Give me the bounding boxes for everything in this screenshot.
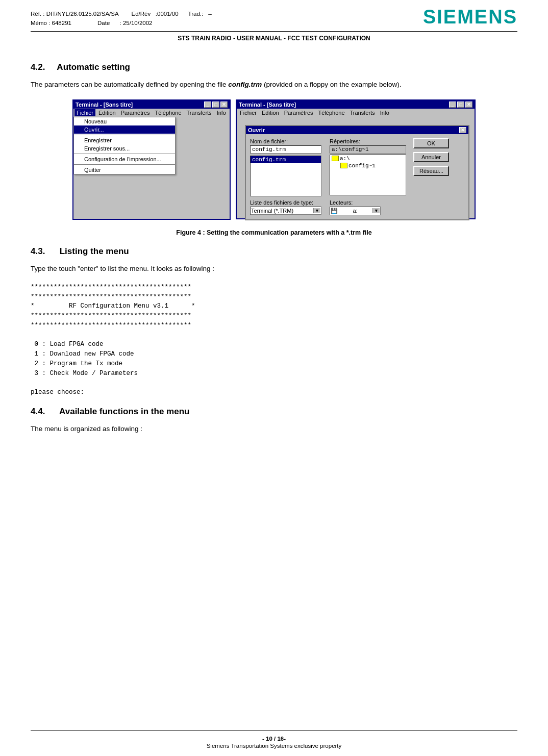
section-43-body: Type the touch "enter" to list the menu.…	[31, 264, 517, 274]
titlebar-buttons-right: _ □ ✕	[449, 102, 472, 108]
section-44-heading: 4.4. Available functions in the menu	[31, 407, 517, 417]
menu-item-config-impression[interactable]: Configuration de l'impression...	[74, 155, 175, 163]
trad-value: --	[208, 11, 212, 17]
memo-label: Mémo	[31, 20, 47, 26]
titlebar-buttons-left: _ □ ✕	[204, 102, 228, 108]
filetype-select[interactable]: Terminal (*.TRM) ▼	[250, 207, 321, 215]
section-44-body: The menu is organized as following :	[31, 424, 517, 435]
drive-icon: 💾	[331, 208, 338, 214]
section-43-title: Listing the menu	[60, 246, 129, 256]
file-list: config.trm	[250, 156, 321, 196]
menu-fichier-right[interactable]: Fichier	[238, 109, 259, 116]
terminal-menubar-right: Fichier Edition Paramètres Téléphone Tra…	[237, 109, 475, 117]
minimize-btn-left[interactable]: _	[204, 102, 211, 108]
ed-rev-value: :0001/00	[156, 11, 179, 17]
siemens-logo: SIEMENS	[423, 6, 517, 28]
terminal-window-left: Terminal - [Sans titre] _ □ ✕ Fichier Ed…	[72, 99, 231, 220]
terminal-outer-right: Terminal - [Sans titre] _ □ ✕ Fichier Ed…	[236, 99, 476, 219]
maximize-btn-right[interactable]: □	[457, 102, 464, 108]
open-dialog-titlebar: Ouvrir ✕	[246, 126, 468, 134]
open-dialog-body: Nom de fichier: config.trm config.trm	[246, 134, 468, 219]
section-42-heading: 4.2. Automatic setting	[31, 62, 517, 72]
dialog-close-btn[interactable]: ✕	[459, 127, 466, 133]
date-value: : 25/10/2002	[120, 20, 153, 26]
menu-parametres-left[interactable]: Paramètres	[119, 109, 152, 116]
directories-label: Répertoires:	[330, 138, 406, 144]
menu-transferts-right[interactable]: Transferts	[348, 109, 377, 116]
ref-label: Réf.	[31, 11, 41, 17]
dir-item-a[interactable]: a:\	[330, 155, 406, 162]
header-ref-info: Réf. : DIT/NYL/26.0125.02/SA/SA Ed/Rév :…	[31, 9, 212, 28]
trad-label: Trad.:	[188, 11, 204, 17]
menu-transferts-left[interactable]: Transferts	[185, 109, 214, 116]
section-42-number: 4.2.	[31, 62, 45, 72]
directories-col: Répertoires: a:\config~1 a:\	[330, 138, 406, 195]
page-footer: - 10 / 16- Siemens Transportation System…	[31, 730, 517, 756]
menu-item-enregistrer[interactable]: Enregistrer	[74, 136, 175, 144]
dir-item-config1[interactable]: config~1	[330, 162, 406, 169]
filetype-value: Terminal (*.TRM)	[251, 208, 293, 214]
menu-telephone-left[interactable]: Téléphone	[153, 109, 184, 116]
drives-value: a:	[353, 208, 357, 214]
page-header: Réf. : DIT/NYL/26.0125.02/SA/SA Ed/Rév :…	[31, 0, 517, 32]
section-42-body: The parameters can be automatically defi…	[31, 80, 517, 90]
directories-path: a:\config~1	[330, 145, 406, 154]
memo-value: : 648291	[48, 20, 71, 26]
drives-col: Lecteurs: 💾 a: ▼	[330, 199, 381, 215]
filename-label: Nom de fichier:	[250, 138, 321, 144]
drives-label: Lecteurs:	[330, 199, 381, 206]
close-btn-left[interactable]: ✕	[220, 102, 228, 108]
code-block: ****************************************…	[31, 283, 517, 397]
terminal-window-right: Terminal - [Sans titre] _ □ ✕ Fichier Ed…	[236, 99, 476, 219]
drives-select[interactable]: 💾 a: ▼	[330, 207, 381, 215]
filetype-arrow: ▼	[313, 208, 320, 213]
menu-item-ouvrir[interactable]: Ouvrir...	[74, 125, 175, 134]
filename-input[interactable]: config.trm	[250, 145, 321, 154]
open-dialog-title: Ouvrir	[248, 127, 265, 133]
figure-4-container: Terminal - [Sans titre] _ □ ✕ Fichier Ed…	[31, 99, 517, 220]
menu-edition-left[interactable]: Edition	[96, 109, 118, 116]
page-content: 4.2. Automatic setting The parameters ca…	[31, 47, 517, 730]
fichier-dropdown: Nouveau Ouvrir... Enregistrer Enregistre…	[73, 117, 176, 174]
minimize-btn-right[interactable]: _	[449, 102, 456, 108]
folder-a-icon	[332, 156, 339, 161]
terminal-menubar-left: Fichier Edition Paramètres Téléphone Tra…	[73, 109, 230, 117]
close-btn-right[interactable]: ✕	[465, 102, 472, 108]
cancel-button[interactable]: Annuler	[413, 152, 449, 162]
menu-fichier-left[interactable]: Fichier	[74, 109, 95, 116]
filetype-col: Liste des fichiers de type: Terminal (*.…	[250, 199, 321, 215]
date-label: Date	[97, 20, 110, 26]
maximize-btn-left[interactable]: □	[212, 102, 219, 108]
page-number: - 10 / 16-	[31, 736, 517, 742]
ref-value: : DIT/NYL/26.0125.02/SA/SA	[43, 11, 118, 17]
terminal-body-right: Ouvrir ✕ Nom de fichier: config.trm	[237, 117, 475, 218]
dir-list: a:\ config~1	[330, 155, 406, 195]
network-button[interactable]: Réseau...	[413, 166, 449, 176]
config-filename: config.trm	[228, 81, 262, 88]
terminal-title-right: Terminal - [Sans titre]	[239, 102, 296, 108]
menu-item-nouveau[interactable]: Nouveau	[74, 117, 175, 125]
menu-separator-2	[74, 154, 175, 154]
terminal-title-left: Terminal - [Sans titre]	[76, 102, 133, 108]
section-42-title: Automatic setting	[57, 62, 130, 72]
terminal-titlebar-right: Terminal - [Sans titre] _ □ ✕	[237, 100, 475, 109]
menu-edition-right[interactable]: Edition	[260, 109, 281, 116]
menu-parametres-right[interactable]: Paramètres	[282, 109, 315, 116]
company-name: Siemens Transportation Systems exclusive…	[31, 743, 517, 749]
ok-button[interactable]: OK	[413, 138, 449, 148]
menu-item-enregistrer-sous[interactable]: Enregistrer sous...	[74, 144, 175, 153]
file-list-item-configtrm[interactable]: config.trm	[251, 156, 321, 163]
menu-telephone-right[interactable]: Téléphone	[316, 109, 347, 116]
document-subtitle: STS TRAIN RADIO - USER MANUAL - FCC TEST…	[31, 32, 517, 47]
figure-caption: Figure 4 : Setting the communication par…	[31, 229, 517, 236]
section-43-heading: 4.3. Listing the menu	[31, 246, 517, 257]
menu-info-right[interactable]: Info	[378, 109, 391, 116]
menu-info-left[interactable]: Info	[215, 109, 228, 116]
filetype-label: Liste des fichiers de type:	[250, 199, 321, 206]
terminal-titlebar-left: Terminal - [Sans titre] _ □ ✕	[73, 100, 230, 109]
file-listbox: config.trm	[250, 156, 321, 196]
dialog-action-buttons: OK Annuler Réseau...	[413, 138, 449, 178]
menu-item-quitter[interactable]: Quitter	[74, 166, 175, 174]
menu-separator-1	[74, 135, 175, 135]
open-dialog: Ouvrir ✕ Nom de fichier: config.trm	[245, 125, 469, 220]
